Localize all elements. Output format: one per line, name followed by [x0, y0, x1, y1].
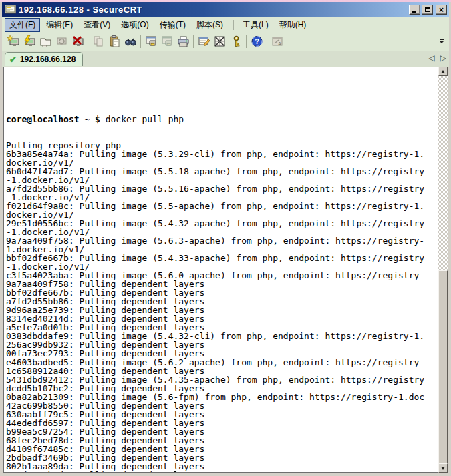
toolbar-separator	[267, 35, 267, 48]
printer-setup-icon[interactable]	[175, 33, 191, 49]
minimize-icon	[412, 11, 416, 13]
scrollbar-up-button[interactable]	[438, 67, 448, 76]
menu-tools[interactable]: 工具(L)	[238, 18, 273, 32]
overflow-bar-icon	[440, 39, 444, 40]
scrollbar-thumb[interactable]	[438, 270, 448, 463]
print-icon[interactable]	[143, 33, 159, 49]
maximize-button[interactable]	[422, 5, 433, 15]
terminal-command: docker pull php	[106, 114, 184, 124]
securecrt-window: 192.168.66.128 - SecureCRT × 文件(F) 编辑(E)…	[0, 0, 451, 476]
tab-scroll-left-icon[interactable]: ◁	[429, 53, 435, 63]
arrow-up-icon	[441, 70, 445, 73]
resize-font-icon: A	[269, 33, 285, 49]
close-icon: ×	[439, 7, 444, 13]
securecrt-app-icon	[5, 5, 16, 15]
svg-text:?: ?	[255, 37, 259, 45]
svg-text:A: A	[277, 41, 281, 46]
menu-transfer[interactable]: 传输(T)	[155, 18, 190, 32]
paste-icon[interactable]	[106, 33, 122, 49]
connect-icon[interactable]	[5, 33, 21, 49]
session-options-icon[interactable]	[196, 33, 212, 49]
disconnect-icon[interactable]	[69, 33, 86, 49]
toolbar: ? A	[2, 32, 449, 51]
window-title: 192.168.66.128 - SecureCRT	[19, 5, 409, 15]
toolbar-separator	[193, 35, 194, 48]
maximize-icon	[425, 7, 430, 12]
find-icon[interactable]	[122, 33, 138, 49]
session-tab-label: 192.168.66.128	[20, 55, 76, 64]
connect-in-tab-icon[interactable]	[37, 33, 53, 49]
menu-separator	[233, 20, 234, 30]
connected-check-icon: ✔	[9, 55, 17, 64]
menu-script[interactable]: 脚本(S)	[192, 18, 228, 32]
menu-edit[interactable]: 编辑(E)	[41, 18, 78, 32]
menubar: 文件(F) 编辑(E) 查看(V) 选项(O) 传输(T) 脚本(S) 工具(L…	[2, 17, 449, 32]
menu-file[interactable]: 文件(F)	[5, 18, 40, 32]
minimize-button[interactable]	[409, 5, 420, 15]
keymap-editor-icon[interactable]	[212, 33, 228, 49]
vertical-scrollbar[interactable]	[438, 67, 448, 473]
toolbar-separator	[140, 35, 141, 48]
chevron-down-icon	[439, 41, 444, 43]
reconnect-icon	[53, 33, 69, 49]
help-icon[interactable]: ?	[249, 33, 265, 49]
menu-help[interactable]: 帮助(H)	[275, 18, 311, 32]
session-tab[interactable]: ✔ 192.168.66.128	[5, 52, 83, 66]
print-preview-icon	[159, 33, 175, 49]
scrollbar-down-button[interactable]	[438, 463, 448, 473]
close-button[interactable]: ×	[436, 5, 447, 15]
copy-icon	[90, 33, 106, 49]
toolbar-overflow-button[interactable]	[437, 35, 446, 46]
terminal-line: 7a0d03c7b9dc: Pulling dependent layers	[6, 471, 438, 473]
terminal-prompt-line: core@localhost ~ $ docker pull php	[6, 115, 438, 124]
tab-scroll-right-icon[interactable]: ▷	[440, 53, 446, 63]
key-generator-icon[interactable]	[228, 33, 244, 49]
terminal-content: core@localhost ~ $ docker pull php Pulli…	[4, 67, 438, 473]
menu-options[interactable]: 选项(O)	[116, 18, 153, 32]
tabbar: ✔ 192.168.66.128 ◁ ▷	[2, 51, 449, 67]
arrow-down-icon	[441, 467, 445, 470]
quick-connect-icon[interactable]	[21, 33, 37, 49]
menu-view[interactable]: 查看(V)	[79, 18, 115, 32]
terminal-screen[interactable]: core@localhost ~ $ docker pull php Pulli…	[3, 67, 438, 473]
toolbar-separator	[88, 35, 88, 48]
terminal-prompt: core@localhost ~ $	[6, 114, 100, 124]
titlebar[interactable]: 192.168.66.128 - SecureCRT ×	[2, 2, 449, 17]
toolbar-separator	[246, 35, 247, 48]
